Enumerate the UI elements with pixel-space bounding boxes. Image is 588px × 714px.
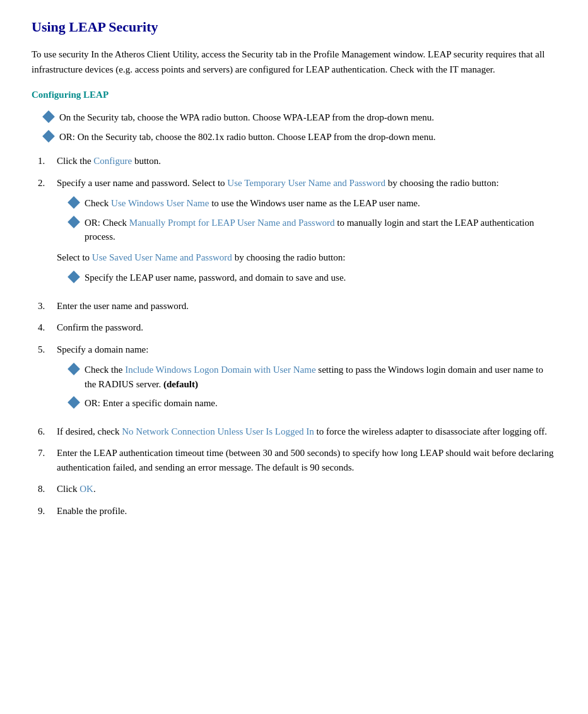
nested-item-1: Check Use Windows User Name to use the W… [57,196,556,211]
step1-configure-link: Configure [93,156,132,166]
nested-diamond-2 [68,216,80,228]
nested-bullet-list-3: Check the Include Windows Logon Domain w… [57,363,556,411]
step-2-content: Specify a user name and password. Select… [57,176,556,291]
nested-text-3: Specify the LEAP user name, password, an… [85,271,556,285]
step-8: Click OK. [32,482,556,496]
intro-paragraph: To use security In the Atheros Client Ut… [32,47,556,77]
diamond-icon-2 [42,130,55,143]
nested-item-2: OR: Check Manually Prompt for LEAP User … [57,216,556,244]
nested-bullet-list-2: Specify the LEAP user name, password, an… [57,271,556,285]
step-9-content: Enable the profile. [57,504,556,518]
nested-diamond-4 [68,363,80,375]
nested-text-4: Check the Include Windows Logon Domain w… [85,363,556,391]
nested-item-5: OR: Enter a specific domain name. [57,396,556,411]
bullet-text-2: OR: On the Security tab, choose the 802.… [59,130,556,144]
nested-diamond-1 [68,196,80,209]
bullet-text-1: On the Security tab, choose the WPA radi… [59,110,556,125]
step2-pre: Specify a user name and password. Select… [57,178,227,188]
step-5-content: Specify a domain name: Check the Include… [57,342,556,417]
nested-diamond-5 [68,396,80,409]
step-5: Specify a domain name: Check the Include… [32,342,556,417]
top-bullet-list: On the Security tab, choose the WPA radi… [32,110,556,144]
step-7-content: Enter the LEAP authentication timeout ti… [57,446,556,474]
nested-item-4: Check the Include Windows Logon Domain w… [57,363,556,391]
step1-pre: Click the [57,156,93,166]
step-6-content: If desired, check No Network Connection … [57,424,556,439]
nested-bullet-list-1: Check Use Windows User Name to use the W… [57,196,556,244]
main-ordered-list: Click the Configure button. Specify a us… [32,154,556,518]
bullet-item-1: On the Security tab, choose the WPA radi… [32,110,556,125]
nested-text-1: Check Use Windows User Name to use the W… [85,196,556,211]
step-3-content: Enter the user name and password. [57,299,556,313]
step-1: Click the Configure button. [32,154,556,168]
page-title: Using LEAP Security [32,19,556,35]
nested-text-5: OR: Enter a specific domain name. [85,396,556,411]
select-line: Select to Use Saved User Name and Passwo… [57,250,556,265]
step-9: Enable the profile. [32,504,556,518]
step-8-content: Click OK. [57,482,556,496]
step-4-content: Confirm the password. [57,320,556,335]
step-2: Specify a user name and password. Select… [32,176,556,291]
step-3: Enter the user name and password. [32,299,556,313]
step2-post: by choosing the radio button: [385,178,499,188]
nested-text-2: OR: Check Manually Prompt for LEAP User … [85,216,556,244]
step2-link: Use Temporary User Name and Password [227,178,385,188]
step-7: Enter the LEAP authentication timeout ti… [32,446,556,474]
nested-diamond-3 [68,271,80,283]
step-4: Confirm the password. [32,320,556,335]
step-6: If desired, check No Network Connection … [32,424,556,439]
bullet-item-2: OR: On the Security tab, choose the 802.… [32,130,556,144]
nested-item-3: Specify the LEAP user name, password, an… [57,271,556,285]
section-heading: Configuring LEAP [32,90,556,100]
step1-post: button. [132,156,161,166]
diamond-icon-1 [42,110,55,123]
step-1-content: Click the Configure button. [57,154,556,168]
